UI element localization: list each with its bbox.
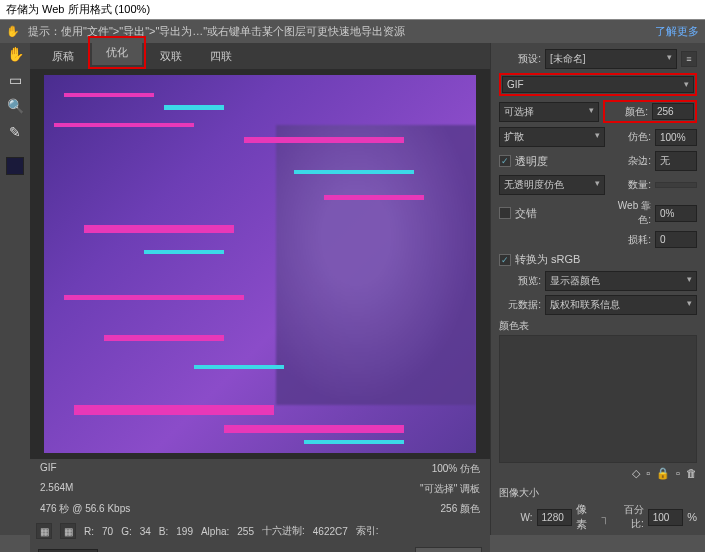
b-value: 199 bbox=[176, 526, 193, 537]
tab-original[interactable]: 原稿 bbox=[38, 44, 88, 69]
preview-select[interactable]: 显示器颜色 bbox=[545, 271, 697, 291]
settings-panel: 预设:[未命名]≡ GIF 可选择 颜色: 256 扩散 仿色: 100% ✓透… bbox=[490, 43, 705, 535]
hex-value: 4622C7 bbox=[313, 526, 348, 537]
dither-pct-input[interactable]: 100% bbox=[655, 129, 697, 146]
highlight-colors: 颜色: 256 bbox=[603, 100, 697, 123]
highlight-tab-optimized: 优化 bbox=[88, 36, 146, 69]
ct-icon[interactable]: 🗑 bbox=[686, 467, 697, 480]
slice-tool-icon[interactable]: ▭ bbox=[6, 71, 24, 89]
info-line-2: 2.564M"可选择" 调板 bbox=[30, 479, 490, 499]
eyedropper-tool-icon[interactable]: ✎ bbox=[6, 123, 24, 141]
transparency-checkbox[interactable]: ✓ bbox=[499, 155, 511, 167]
preview-image bbox=[44, 75, 476, 453]
amount-input bbox=[655, 182, 697, 188]
color-swatch[interactable] bbox=[6, 157, 24, 175]
tab-fourup[interactable]: 四联 bbox=[196, 44, 246, 69]
learn-more-link[interactable]: 了解更多 bbox=[655, 24, 699, 39]
preset-menu-icon[interactable]: ≡ bbox=[681, 51, 697, 67]
format-select[interactable]: GIF bbox=[502, 76, 694, 93]
r-value: 70 bbox=[102, 526, 113, 537]
tab-optimized[interactable]: 优化 bbox=[92, 40, 142, 65]
g-value: 34 bbox=[140, 526, 151, 537]
color-table bbox=[499, 335, 697, 463]
tab-twoup[interactable]: 双联 bbox=[146, 44, 196, 69]
websnap-input[interactable]: 0% bbox=[655, 205, 697, 222]
preview-dropdown[interactable]: 预览… bbox=[38, 549, 98, 553]
colortable-icons: ◇▫🔒▫🗑 bbox=[499, 467, 697, 480]
trans-dither-select[interactable]: 无透明度仿色 bbox=[499, 175, 605, 195]
color-footer: ▦ ▦ R:70 G:34 B:199 Alpha:255 十六进制:4622C… bbox=[30, 519, 490, 543]
interlaced-checkbox[interactable] bbox=[499, 207, 511, 219]
grid-icon[interactable]: ▦ bbox=[36, 523, 52, 539]
colortable-title: 颜色表 bbox=[499, 319, 697, 333]
canvas-area bbox=[30, 69, 490, 459]
tool-column: ✋ ▭ 🔍 ✎ bbox=[0, 43, 30, 535]
grid2-icon[interactable]: ▦ bbox=[60, 523, 76, 539]
save-button[interactable]: 存储… bbox=[415, 547, 482, 552]
hand-icon: ✋ bbox=[6, 25, 20, 38]
palette-select[interactable]: 可选择 bbox=[499, 102, 599, 122]
preview-footer: 预览… 存储… bbox=[30, 543, 490, 552]
percent-input[interactable]: 100 bbox=[648, 509, 684, 526]
view-tabs: 原稿 优化 双联 四联 bbox=[30, 43, 490, 69]
convert-srgb-checkbox[interactable]: ✓ bbox=[499, 254, 511, 266]
highlight-format: GIF bbox=[499, 73, 697, 96]
ct-icon[interactable]: 🔒 bbox=[656, 467, 670, 480]
ct-icon[interactable]: ▫ bbox=[676, 467, 680, 480]
preset-select[interactable]: [未命名] bbox=[545, 49, 677, 69]
metadata-select[interactable]: 版权和联系信息 bbox=[545, 295, 697, 315]
lossy-input[interactable]: 0 bbox=[655, 231, 697, 248]
info-line-3: 476 秒 @ 56.6 Kbps256 颜色 bbox=[30, 499, 490, 519]
matte-select[interactable]: 无 bbox=[655, 151, 697, 171]
hint-text: 提示：使用"文件">"导出">"导出为…"或右键单击某个图层可更快速地导出资源 bbox=[28, 24, 405, 39]
info-line-1: GIF100% 仿色 bbox=[30, 459, 490, 479]
width-input[interactable]: 1280 bbox=[537, 509, 573, 526]
hand-tool-icon[interactable]: ✋ bbox=[6, 45, 24, 63]
ct-icon[interactable]: ◇ bbox=[632, 467, 640, 480]
title-bar: 存储为 Web 所用格式 (100%) bbox=[0, 0, 705, 20]
preset-label: 预设: bbox=[499, 52, 541, 66]
zoom-tool-icon[interactable]: 🔍 bbox=[6, 97, 24, 115]
ct-icon[interactable]: ▫ bbox=[646, 467, 650, 480]
alpha-value: 255 bbox=[237, 526, 254, 537]
dither-select[interactable]: 扩散 bbox=[499, 127, 605, 147]
imagesize-title: 图像大小 bbox=[499, 486, 697, 500]
colors-input[interactable]: 256 bbox=[652, 103, 694, 120]
